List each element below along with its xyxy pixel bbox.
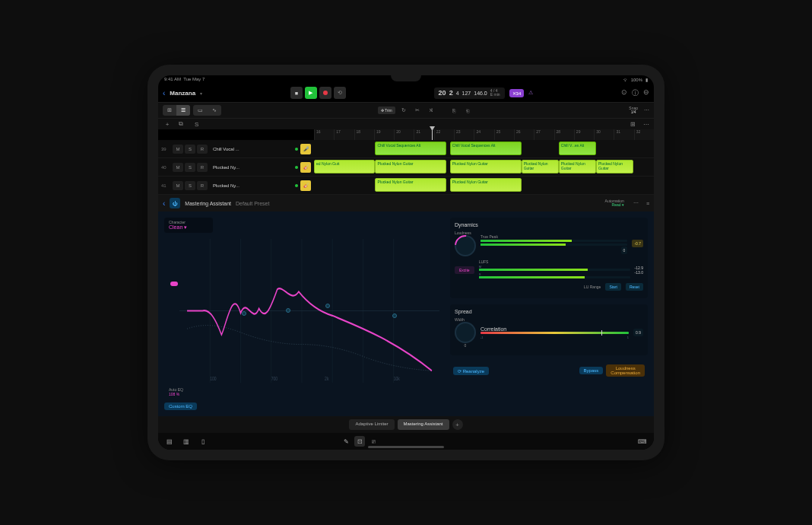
keyboard-icon[interactable]: ⌨ [637,436,648,447]
notes-icon[interactable]: ▯ [198,436,208,447]
add-plugin-button[interactable]: + [452,419,463,430]
add-region-icon[interactable]: ⊞ [628,121,637,128]
browser-icon[interactable]: ▥ [181,436,192,447]
plugin-icon[interactable]: ⊡ [354,436,365,447]
audio-region[interactable]: Plucked Nylon Guitar [450,160,522,173]
audio-region[interactable]: Plucked Nylon Guitar [375,160,446,173]
track-row[interactable]: 40MSRPlucked Ny...🎸ed Nylon GuitPlucked … [158,158,654,177]
mode-badge[interactable]: ✕34 [509,89,525,97]
width-knob[interactable] [455,322,476,343]
tab-adaptive-limiter[interactable]: Adaptive Limiter [349,419,394,430]
track-name[interactable]: Plucked Ny... [213,183,293,188]
eq-point-3[interactable] [325,304,330,308]
tab-mastering-assistant[interactable]: Mastering Assistant [398,419,449,430]
snap-setting[interactable]: Snap 1/4 [629,107,638,115]
track-lane[interactable]: ed Nylon GuitPlucked Nylon GuitarPlucked… [314,158,654,176]
audio-region[interactable]: Plucked Nylon Guitar [596,160,633,173]
settings-icon[interactable]: ⊖ [643,88,649,98]
panel-preset[interactable]: Default Preset [236,201,269,206]
help-icon[interactable]: ⓘ [632,88,639,98]
eq-point-2[interactable] [286,308,290,313]
mute-button[interactable]: M [173,145,183,154]
reanalyze-button[interactable]: ⟳ Reanalyze [453,367,489,375]
solo-button[interactable]: S [185,181,195,190]
eq-graph[interactable]: 100 700 2k 10k [179,239,439,383]
grid-view[interactable]: ⊞ [163,105,176,116]
track-instrument-icon[interactable]: 🎸 [300,180,311,191]
lufs-value-s: -13.0 [635,270,643,275]
record-enable-button[interactable]: R [197,145,208,154]
lu-reset-button[interactable]: Reset [626,283,643,291]
eq-point-1[interactable] [242,311,246,316]
curve-view[interactable]: ∿ [208,105,221,116]
record-enable-button[interactable]: R [197,163,208,172]
audio-region[interactable]: Plucked Nylon Guitar [375,178,446,192]
loudness-comp-button[interactable]: Loudness Compensation [606,364,645,377]
stop-button[interactable]: ■ [290,87,303,99]
audio-region[interactable]: Plucked Nylon Guitar [522,160,559,173]
join-tool[interactable]: ⤭ [426,105,436,116]
tuner-icon[interactable]: ⚠ [528,90,533,96]
audio-region[interactable]: ed Nylon Guit [314,160,375,173]
custom-eq-button[interactable]: Custom EQ [164,402,197,410]
timeline-ruler[interactable]: 1617181920212223242526272829303132 [314,129,654,140]
audio-region[interactable]: Plucked Nylon Guitar [559,160,596,173]
duplicate-track-icon[interactable]: ⧉ [176,120,186,128]
edit-icon[interactable]: ✎ [341,436,351,447]
record-button[interactable] [319,87,331,99]
region-view[interactable]: ▭ [193,105,208,116]
track-instrument-icon[interactable]: 🎸 [300,162,311,173]
track-lane[interactable]: Plucked Nylon GuitarPlucked Nylon Guitar [314,177,654,194]
track-more-icon[interactable]: ⋯ [643,121,649,128]
track-instrument-icon[interactable]: 🎤 [300,144,311,154]
track-row[interactable]: 39MSRChill Vocal ...🎤Chill Vocal Sequenc… [158,140,654,158]
panel-back-button[interactable]: ‹ [163,199,165,208]
play-button[interactable]: ▶ [305,87,317,99]
history-icon[interactable]: ⊙ [621,88,627,98]
mute-button[interactable]: M [173,181,183,190]
lcd-display[interactable]: 20 2 4 127 146.0 4 / 4E min [434,88,505,99]
mute-button[interactable]: M [173,163,183,172]
paste-tool[interactable]: ⎗ [462,105,473,116]
audio-region[interactable]: Plucked Nylon Guitar [450,178,522,192]
plugin-power-button[interactable]: ⏻ [170,198,180,208]
add-track-button[interactable]: + [163,121,172,128]
solo-button[interactable]: S [185,163,195,172]
loop-tool[interactable]: ↻ [398,105,409,116]
audio-region[interactable]: Chill Vocal Sequences Alt [450,142,522,155]
back-button[interactable]: ‹ [163,89,165,97]
mixer-icon[interactable]: ⎚ [368,436,379,447]
panel-more-icon[interactable]: ⋯ [633,200,639,206]
home-indicator[interactable] [368,446,444,448]
panel-list-icon[interactable]: ≡ [646,201,649,206]
library-icon[interactable]: ▤ [164,436,175,447]
loudness-knob[interactable] [455,235,476,256]
copy-tool[interactable]: ⎘ [449,105,459,116]
mastering-footer: ⟳ Reanalyze Bypass Loudness Compensation [450,361,648,380]
cycle-button[interactable]: ⟲ [334,87,346,99]
lufs-value-m: -12.9 [635,266,643,270]
project-dropdown-icon[interactable]: ▾ [200,91,202,96]
solo-button[interactable]: S [185,145,195,154]
track-name[interactable]: Plucked Ny... [213,165,293,170]
scissors-tool[interactable]: ✂ [412,105,423,116]
excite-button[interactable]: Excite [455,266,474,274]
track-lane[interactable]: Chill Vocal Sequences AltChill Vocal Seq… [314,140,654,158]
bypass-button[interactable]: Bypass [579,367,604,374]
ruler-tick: 32 [634,129,654,140]
lu-start-button[interactable]: Start [605,283,621,291]
character-selector[interactable]: Character Clean ▾ [164,218,213,233]
track-row[interactable]: 41MSRPlucked Ny...🎸Plucked Nylon GuitarP… [158,177,654,195]
audio-region[interactable]: Chill V...es Alt [559,142,596,155]
audio-region[interactable]: Chill Vocal Sequences Alt [375,142,446,155]
project-name[interactable]: Manzana [170,90,195,97]
pointer-tool[interactable]: ✥ Trim [378,107,395,114]
track-name[interactable]: Chill Vocal ... [213,147,293,151]
automation-mode[interactable]: Automation Read ▾ [605,199,624,208]
playhead[interactable] [432,129,433,140]
lcd-bars: 20 [439,89,446,97]
record-enable-button[interactable]: R [197,181,208,190]
more-icon[interactable]: ⋯ [644,107,649,113]
eq-low-handle[interactable] [170,282,178,286]
list-view[interactable]: ☰ [176,105,190,116]
